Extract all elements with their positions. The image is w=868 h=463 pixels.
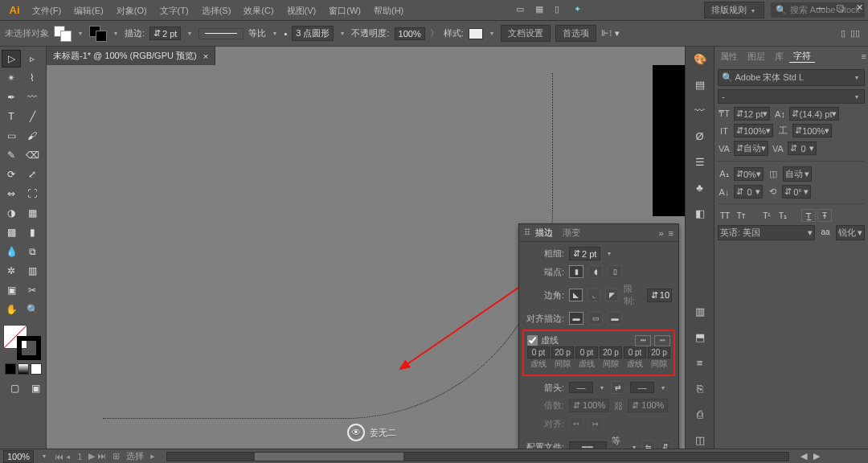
tab-layers[interactable]: 图层 <box>743 51 769 63</box>
thick-line-icon[interactable]: ▭ <box>516 4 529 17</box>
menu-object[interactable]: 对象(O) <box>110 0 154 21</box>
curvature-tool[interactable]: 〰 <box>23 88 42 106</box>
shape-builder-tool[interactable]: ◑ <box>2 204 21 222</box>
aki-field[interactable]: ⇵ 0 ▾ <box>734 185 763 199</box>
shaper-tool[interactable]: ✎ <box>2 146 21 164</box>
menu-effect[interactable]: 效果(C) <box>237 0 280 21</box>
artboards-panel-icon[interactable]: ≡ <box>691 354 709 371</box>
status-nav-icon[interactable]: ⊞ <box>113 451 120 461</box>
layout-rule-dropdown[interactable]: 排版规则 ▾ <box>704 2 764 18</box>
mini-gradient-swatch[interactable] <box>18 363 29 375</box>
brush-tool[interactable]: 🖌 <box>23 127 42 145</box>
rect-tool[interactable]: ▭ <box>2 127 21 145</box>
color-panel-icon[interactable]: 🎨 <box>691 50 709 68</box>
dash-val-2[interactable]: 0 pt <box>575 346 598 359</box>
zoom-tool[interactable]: 🔍 <box>23 301 42 318</box>
tracking-field[interactable]: ⇵ 0 ▾ <box>788 141 817 155</box>
tab-character[interactable]: 字符 <box>789 50 815 63</box>
menu-edit[interactable]: 编辑(E) <box>68 0 110 21</box>
fill-stroke-indicator[interactable] <box>3 325 44 360</box>
graph-tool[interactable]: ▥ <box>23 262 42 280</box>
gradient-tab[interactable]: 渐变 <box>558 227 585 239</box>
tsume-field[interactable]: 自动 ▾ <box>783 166 812 182</box>
fill-drop-icon[interactable]: ▾ <box>76 30 84 38</box>
perspective-tool[interactable]: ▦ <box>23 204 42 222</box>
nav-prev-icon[interactable]: ⏮ ◀ <box>55 452 71 461</box>
symbol-sprayer-tool[interactable]: ✲ <box>2 262 21 280</box>
arrow-start-field[interactable]: — <box>569 382 593 393</box>
arrange-icon[interactable]: ▯ <box>555 4 567 17</box>
sp-weight-field[interactable]: ⇵ 2 pt <box>569 247 600 260</box>
nav-next-icon[interactable]: ▶ ⏭ <box>88 451 106 461</box>
stroke-panel-icon[interactable]: ☰ <box>691 153 709 170</box>
mini-none-swatch[interactable] <box>31 363 42 375</box>
cap-projecting-icon[interactable]: ▯ <box>608 265 622 278</box>
menu-window[interactable]: 窗口(W) <box>322 0 367 21</box>
links-panel-icon[interactable]: ⎘ <box>691 379 709 397</box>
align-menu-icon[interactable]: ⊩⁝ ▾ <box>601 28 620 39</box>
scale-tool[interactable]: ⤢ <box>23 166 42 183</box>
mini-color-swatch[interactable] <box>5 363 16 375</box>
stroke-swatch[interactable] <box>89 26 107 42</box>
swap-arrows-icon[interactable]: ⇄ <box>611 381 625 394</box>
mesh-tool[interactable]: ▩ <box>2 223 21 241</box>
align-center-icon[interactable]: ▬ <box>569 312 583 325</box>
hscale-field[interactable]: ⇵ 100% ▾ <box>792 124 832 137</box>
brushes-panel-icon[interactable]: 〰 <box>691 101 709 119</box>
selection-tool[interactable]: ▷ <box>2 50 21 68</box>
asset-export-icon[interactable]: ⬒ <box>691 328 709 346</box>
dash-preserve-exact-icon[interactable]: ┅ <box>635 335 651 346</box>
dash-val-1[interactable]: 20 p <box>551 346 574 359</box>
screen-mode-full[interactable]: ▣ <box>26 379 45 397</box>
eyedropper-tool[interactable]: 💧 <box>2 243 21 260</box>
miter-limit-field[interactable]: ⇵ 10 <box>647 289 672 302</box>
hand-tool[interactable]: ✋ <box>2 301 21 318</box>
grid-icon[interactable]: ▦ <box>535 4 548 17</box>
menu-select[interactable]: 选择(S) <box>195 0 238 21</box>
close-icon[interactable]: ✕ <box>854 2 865 13</box>
tab-properties[interactable]: 属性 <box>716 51 742 63</box>
superscript-icon[interactable]: T¹ <box>760 209 774 222</box>
screen-mode-normal[interactable]: ▢ <box>5 379 24 397</box>
maximize-icon[interactable]: ▢ <box>834 2 845 13</box>
panel-options-icon[interactable]: ≡ <box>669 228 674 238</box>
slice-tool[interactable]: ✂ <box>23 281 42 299</box>
cap-round-icon[interactable]: ◖ <box>588 265 603 278</box>
collapse-panel-icon[interactable]: » <box>658 228 663 238</box>
join-miter-icon[interactable]: ◣ <box>569 289 583 301</box>
document-tab[interactable]: 未标题-1* @ 100% (RGB/GPU 预览)× <box>47 47 215 65</box>
vscale-field[interactable]: ⇵ 100% ▾ <box>734 124 773 137</box>
arrow-end-field[interactable]: — <box>630 382 654 393</box>
stroke-tab[interactable]: 描边 <box>530 227 558 239</box>
gradient-tool[interactable]: ▮ <box>23 223 42 241</box>
stroke-weight-field[interactable]: ⇵ 2 pt <box>149 27 181 40</box>
menu-type[interactable]: 文字(T) <box>154 0 195 21</box>
align-inside-icon[interactable]: ▭ <box>588 312 603 325</box>
underline-icon[interactable]: T̲ <box>801 209 816 222</box>
antialias-field[interactable]: 锐化 ▾ <box>836 225 865 240</box>
join-round-icon[interactable]: ◟ <box>588 289 601 301</box>
panel-collapse-1-icon[interactable]: ▯ <box>841 28 845 39</box>
dash-val-5[interactable]: 20 p <box>648 346 670 359</box>
width-tool[interactable]: ⇔ <box>2 185 21 203</box>
rotate-tool[interactable]: ⟳ <box>2 166 21 183</box>
align-outside-icon[interactable]: ▬ <box>608 312 622 325</box>
stroke-style-preview[interactable] <box>199 28 244 39</box>
strikethrough-icon[interactable]: Ŧ <box>817 209 832 222</box>
rotate-field[interactable]: ⇵ 0° ▾ <box>782 185 811 199</box>
allcaps-icon[interactable]: TT <box>718 209 732 222</box>
panel-menu-icon[interactable]: ≡ <box>862 51 866 61</box>
dotted-circle-path[interactable] <box>103 73 553 419</box>
artboard-tool[interactable]: ▣ <box>2 281 21 299</box>
opacity-field[interactable]: 100% <box>395 27 425 40</box>
leading-field[interactable]: ⇵ (14.4) pt ▾ <box>789 107 839 121</box>
lasso-tool[interactable]: ⌇ <box>23 69 42 87</box>
font-size-field[interactable]: ⇵ 12 pt ▾ <box>734 107 770 121</box>
libraries-panel-icon[interactable]: ⎙ <box>691 405 709 423</box>
dash-val-3[interactable]: 20 p <box>600 346 622 359</box>
menu-help[interactable]: 帮助(H) <box>367 0 410 21</box>
type-tool[interactable]: T <box>2 108 21 125</box>
font-family-field[interactable]: 🔍 Adobe 宋体 Std L▾ <box>718 69 865 86</box>
tab-libraries[interactable]: 库 <box>771 51 788 63</box>
properties-panel-icon[interactable]: ◫ <box>691 431 709 449</box>
